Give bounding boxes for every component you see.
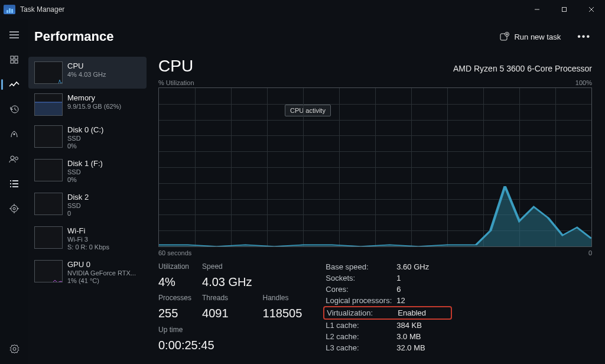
perf-item-disk-2[interactable]: Disk 2SSD0 <box>28 188 147 222</box>
svg-rect-1 <box>562 8 567 12</box>
svg-rect-10 <box>15 60 18 63</box>
handles-label: Handles <box>263 294 302 302</box>
uptime-label: Up time <box>158 326 302 334</box>
perf-item-sub2: S: 0 R: 0 Kbps <box>67 243 109 251</box>
perf-thumbnail <box>34 93 63 116</box>
run-new-task-button[interactable]: Run new task <box>494 28 567 45</box>
stat-label: L1 cache: <box>326 321 396 330</box>
minimize-button[interactable] <box>523 0 551 19</box>
handles-value: 118505 <box>263 307 302 320</box>
perf-item-disk-1-f-[interactable]: Disk 1 (F:)SSD0% <box>28 154 147 188</box>
run-task-icon <box>500 32 509 41</box>
stat-label: Sockets: <box>326 274 396 282</box>
stat-label: Virtualization: <box>327 308 398 317</box>
close-button[interactable] <box>578 0 605 19</box>
svg-point-12 <box>14 134 15 135</box>
cpu-stats-left: Utilization Speed 4% 4.03 GHz Processes … <box>158 262 302 352</box>
more-options-button[interactable]: ••• <box>574 29 594 44</box>
stat-label: Logical processors: <box>326 296 396 305</box>
stat-value: 1 <box>396 274 450 282</box>
perf-item-gpu-0[interactable]: GPU 0NVIDIA GeForce RTX...1% (41 °C) <box>28 255 147 289</box>
perf-item-sub: SSD <box>67 202 89 209</box>
perf-item-sub: SSD <box>67 168 103 176</box>
nav-app-history[interactable] <box>0 97 28 122</box>
cpu-detail-pane: CPU AMD Ryzen 5 3600 6-Core Processor % … <box>147 54 605 364</box>
perf-thumbnail <box>34 226 63 249</box>
app-icon <box>4 5 15 14</box>
svg-point-14 <box>15 157 18 160</box>
nav-services[interactable] <box>0 196 28 221</box>
perf-item-sub2: 0% <box>67 176 103 183</box>
nav-startup[interactable] <box>0 122 28 147</box>
perf-thumbnail <box>34 61 63 84</box>
y-axis-label-right: 100% <box>575 79 592 86</box>
nav-users[interactable] <box>0 147 28 171</box>
perf-thumbnail <box>34 260 63 282</box>
cpu-stats-right: Base speed:3.60 GHzSockets:1Cores:6Logic… <box>326 262 450 352</box>
cpu-model: AMD Ryzen 5 3600 6-Core Processor <box>453 64 592 73</box>
nav-details[interactable] <box>0 171 28 196</box>
performance-list: CPU4% 4.03 GHzMemory9.9/15.9 GB (62%)Dis… <box>28 54 147 364</box>
perf-item-name: CPU <box>67 61 106 70</box>
stat-value: 3.0 MB <box>396 332 450 341</box>
stat-label: Cores: <box>326 285 396 294</box>
run-task-label: Run new task <box>514 32 561 41</box>
page-header: Performance Run new task ••• <box>28 19 605 54</box>
perf-item-sub: 4% 4.03 GHz <box>67 71 106 78</box>
threads-value: 4091 <box>202 307 252 320</box>
speed-label: Speed <box>202 262 252 271</box>
svg-point-27 <box>13 347 16 350</box>
titlebar: Task Manager <box>0 0 605 19</box>
stat-value: 12 <box>396 296 450 305</box>
stat-label: Base speed: <box>326 262 396 271</box>
x-axis-right: 0 <box>588 249 592 256</box>
stat-label: L3 cache: <box>326 343 396 352</box>
perf-thumbnail <box>34 159 63 181</box>
perf-item-sub: SSD <box>67 135 103 142</box>
nav-processes[interactable] <box>0 47 28 72</box>
svg-rect-9 <box>11 60 14 63</box>
processes-label: Processes <box>158 294 191 302</box>
perf-item-wi-fi[interactable]: Wi-FiWi-Fi 3S: 0 R: 0 Kbps <box>28 222 147 255</box>
perf-item-name: Disk 0 (C:) <box>67 125 103 134</box>
virtualization-highlight: Virtualization:Enabled <box>323 306 452 320</box>
nav-settings[interactable] <box>0 339 28 364</box>
nav-performance[interactable] <box>0 72 28 97</box>
detail-title: CPU <box>158 57 193 76</box>
perf-item-sub: NVIDIA GeForce RTX... <box>67 269 136 277</box>
stat-label: L2 cache: <box>326 332 396 341</box>
perf-item-name: GPU 0 <box>67 260 136 269</box>
svg-rect-8 <box>15 56 18 59</box>
perf-item-name: Wi-Fi <box>67 226 109 235</box>
titlebar-left: Task Manager <box>4 5 64 14</box>
perf-thumbnail <box>34 125 63 148</box>
window-controls <box>523 0 605 19</box>
speed-value: 4.03 GHz <box>202 275 252 289</box>
perf-item-cpu[interactable]: CPU4% 4.03 GHz <box>28 57 147 89</box>
page-title: Performance <box>34 29 114 44</box>
perf-item-sub: 9.9/15.9 GB (62%) <box>67 103 121 110</box>
perf-item-memory[interactable]: Memory9.9/15.9 GB (62%) <box>28 89 147 121</box>
nav-rail <box>0 19 28 364</box>
y-axis-label-left: % Utilization <box>158 79 194 86</box>
perf-item-disk-0-c-[interactable]: Disk 0 (C:)SSD0% <box>28 121 147 154</box>
cpu-utilization-chart[interactable]: CPU activity <box>158 87 592 247</box>
perf-item-sub2: 0% <box>67 142 103 150</box>
stat-value: Enabled <box>398 308 451 317</box>
nav-hamburger[interactable] <box>0 22 28 47</box>
perf-item-name: Disk 1 (F:) <box>67 159 103 168</box>
svg-rect-7 <box>11 56 14 59</box>
maximize-button[interactable] <box>551 0 578 19</box>
svg-rect-32 <box>35 102 63 116</box>
processes-value: 255 <box>158 307 191 320</box>
svg-marker-34 <box>159 186 591 246</box>
stat-value: 384 KB <box>396 321 450 330</box>
uptime-value: 0:00:25:45 <box>158 339 302 352</box>
app-title: Task Manager <box>20 5 64 14</box>
threads-label: Threads <box>202 294 252 302</box>
perf-item-sub2: 1% (41 °C) <box>67 277 136 284</box>
stat-value: 6 <box>396 285 450 294</box>
perf-item-name: Memory <box>67 93 121 102</box>
stat-value: 32.0 MB <box>396 343 450 352</box>
stat-value: 3.60 GHz <box>396 262 450 271</box>
